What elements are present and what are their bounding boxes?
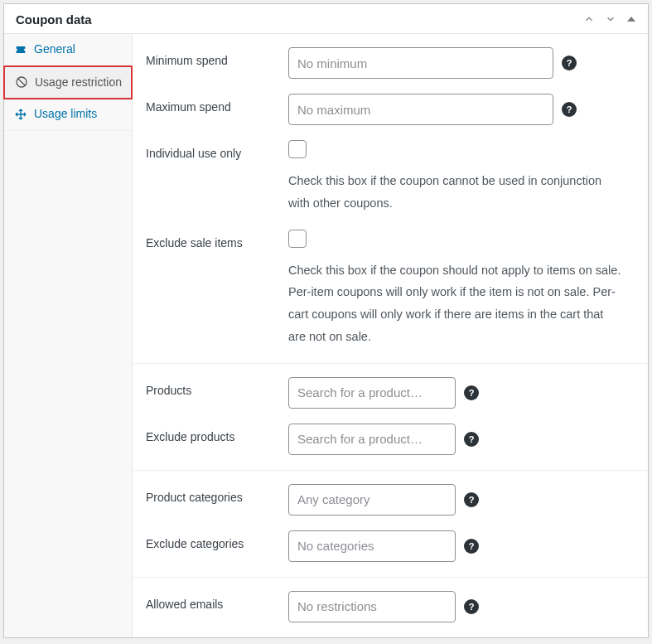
row-individual-use: Individual use only Check this box if th…: [146, 140, 635, 215]
ban-icon: [15, 75, 28, 89]
coupon-data-panel: Coupon data General: [3, 3, 649, 638]
tab-general[interactable]: General: [4, 34, 132, 66]
row-exclude-products: Exclude products ?: [146, 424, 635, 455]
row-exclude-sale: Exclude sale items Check this box if the…: [146, 230, 635, 348]
row-exclude-categories: Exclude categories ?: [146, 530, 635, 562]
row-products: Products ?: [146, 377, 635, 409]
field-label: Exclude products: [146, 424, 288, 443]
tab-usage-limits[interactable]: Usage limits: [4, 99, 132, 131]
help-icon[interactable]: ?: [464, 539, 479, 554]
tab-label: Usage limits: [34, 107, 97, 122]
exclude-products-input[interactable]: [288, 424, 456, 455]
help-icon[interactable]: ?: [464, 432, 479, 447]
row-minimum-spend: Minimum spend ?: [146, 47, 635, 79]
ticket-icon: [14, 43, 27, 56]
group-products: Products ? Exclude products ?: [133, 364, 648, 471]
panel-body: General Usage restriction Usage limits M…: [4, 34, 648, 637]
help-icon[interactable]: ?: [464, 599, 479, 614]
tab-label: Usage restriction: [35, 75, 122, 90]
svg-line-1: [18, 79, 26, 86]
panel-title: Coupon data: [16, 12, 92, 27]
field-label: Maximum spend: [146, 94, 288, 114]
toggle-panel-icon[interactable]: [626, 14, 636, 26]
help-icon[interactable]: ?: [464, 385, 479, 400]
group-emails: Allowed emails ?: [133, 578, 648, 637]
field-label: Allowed emails: [146, 591, 288, 611]
tab-usage-restriction[interactable]: Usage restriction: [3, 65, 133, 100]
field-label: Product categories: [146, 484, 288, 504]
tab-list: General Usage restriction Usage limits: [4, 34, 133, 637]
row-allowed-emails: Allowed emails ?: [146, 591, 635, 622]
panel-controls: [583, 13, 636, 27]
row-product-categories: Product categories ?: [146, 484, 635, 516]
panel-header: Coupon data: [4, 4, 648, 34]
allowed-emails-input[interactable]: [288, 591, 456, 622]
maximum-spend-input[interactable]: [288, 94, 553, 125]
help-icon[interactable]: ?: [562, 102, 577, 117]
help-icon[interactable]: ?: [562, 56, 577, 70]
individual-use-checkbox[interactable]: [288, 140, 307, 158]
field-label: Products: [146, 377, 288, 397]
move-icon: [14, 108, 27, 121]
move-up-icon[interactable]: [583, 13, 595, 27]
field-description: Check this box if the coupon cannot be u…: [288, 170, 624, 215]
field-label: Individual use only: [146, 140, 288, 160]
group-categories: Product categories ? Exclude categories …: [133, 471, 648, 578]
field-label: Exclude sale items: [146, 230, 288, 249]
move-down-icon[interactable]: [605, 13, 616, 27]
tab-label: General: [34, 42, 75, 57]
field-description: Check this box if the coupon should not …: [288, 259, 624, 348]
products-input[interactable]: [288, 377, 456, 409]
exclude-sale-checkbox[interactable]: [288, 230, 307, 248]
field-label: Minimum spend: [146, 47, 288, 67]
product-categories-input[interactable]: [288, 484, 456, 516]
exclude-categories-input[interactable]: [288, 530, 456, 562]
tab-content: Minimum spend ? Maximum spend ?: [133, 34, 648, 637]
help-icon[interactable]: ?: [464, 492, 479, 507]
minimum-spend-input[interactable]: [288, 47, 553, 79]
field-label: Exclude categories: [146, 530, 288, 550]
row-maximum-spend: Maximum spend ?: [146, 94, 635, 125]
group-spend: Minimum spend ? Maximum spend ?: [133, 34, 648, 364]
